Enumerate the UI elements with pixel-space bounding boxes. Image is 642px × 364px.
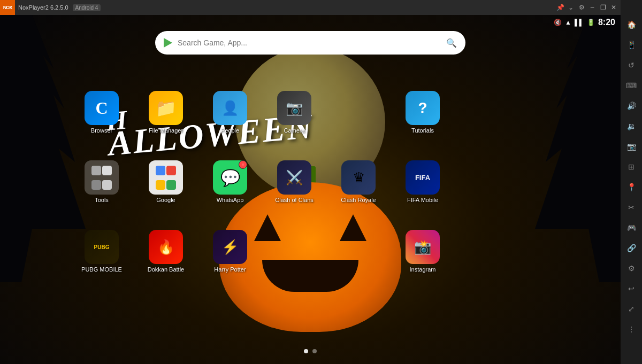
clash-royale-icon: ♛	[341, 160, 376, 195]
statusbar: 🔇 ▲ ▌▌ 🔋 8:20	[514, 15, 621, 30]
app-item-people[interactable]: 👤 People	[198, 68, 262, 138]
sidebar-screenshot-icon[interactable]: 📷	[622, 137, 641, 156]
search-input[interactable]	[178, 38, 441, 47]
mute-icon: 🔇	[554, 19, 562, 26]
settings-button[interactable]: ⚙	[577, 3, 586, 12]
tutorials-label: Tutorials	[411, 127, 434, 134]
sidebar-home-icon[interactable]: 🏠	[622, 15, 641, 34]
people-label: People	[221, 127, 239, 134]
sidebar-rotate-icon[interactable]: ↺	[622, 56, 641, 75]
wifi-icon: ▲	[565, 19, 571, 26]
minimize-button[interactable]: –	[587, 3, 597, 12]
search-icon: 🔍	[446, 38, 457, 48]
clash-of-clans-icon: ⚔️	[277, 160, 311, 195]
right-sidebar: 🏠 📱 ↺ ⌨ 🔊 🔉 📷 ⊞ 📍 ✂ 🎮 🔗 ⚙ ↩ ⤢ ⋮	[621, 0, 642, 364]
chevron-down-button[interactable]: ⌄	[566, 3, 576, 12]
signal-icon: ▌▌	[575, 19, 584, 26]
dokkan-label: Dokkan Battle	[148, 266, 184, 273]
app-item-tools[interactable]: Tools	[70, 138, 134, 207]
app-item-file-manager[interactable]: 📁 File Manager	[134, 68, 198, 138]
clash-of-clans-label: Clash of Clans	[275, 197, 314, 203]
sidebar-more-icon[interactable]: ⋮	[622, 320, 641, 339]
dot-2[interactable]	[312, 349, 317, 353]
tools-icon	[85, 160, 119, 195]
app-item-browser[interactable]: C Browser	[70, 68, 134, 138]
sidebar-volume-down-icon[interactable]: 🔉	[622, 117, 641, 136]
file-manager-icon: 📁	[149, 91, 183, 125]
app-item-tutorials[interactable]: ? Tutorials	[391, 68, 455, 138]
app-item-camera[interactable]: 📷 Camera	[262, 68, 326, 138]
file-manager-label: File Manager	[149, 127, 183, 134]
camera-label: Camera	[284, 127, 304, 134]
sidebar-settings-icon[interactable]: ⚙	[622, 259, 641, 278]
window-controls: 📌 ⌄ ⚙ – ❐ ✕	[555, 3, 621, 12]
app-name: NoxPlayer2 6.2.5.0	[18, 4, 68, 11]
app-grid: C Browser 📁 File Manager 👤 People 📷 Came…	[70, 68, 610, 277]
app-logo: NOX	[0, 0, 15, 15]
fifa-icon: FIFA	[406, 160, 440, 195]
app-item-clash-royale[interactable]: ♛ Clash Royale	[326, 138, 391, 207]
sidebar-keyboard-icon[interactable]: ⌨	[622, 76, 641, 95]
pin-button[interactable]: 📌	[555, 3, 565, 12]
app-item-clash-of-clans[interactable]: ⚔️ Clash of Clans	[262, 138, 326, 207]
app-item-instagram[interactable]: 📸 Instagram	[391, 207, 455, 277]
instagram-icon: 📸	[406, 230, 440, 264]
page-dots	[304, 349, 317, 353]
sidebar-gps-icon[interactable]: 📍	[622, 177, 641, 197]
android-badge: Android 4	[73, 4, 101, 11]
dot-1[interactable]	[304, 349, 308, 353]
sidebar-gamepad-icon[interactable]: 🎮	[622, 218, 641, 237]
dokkan-icon: 🔥	[149, 230, 183, 264]
camera-icon: 📷	[277, 91, 311, 125]
pubg-label: PUBG MOBILE	[81, 266, 122, 273]
tutorials-icon: ?	[406, 91, 440, 125]
app-item-fifa[interactable]: FIFA FIFA Mobile	[391, 138, 455, 207]
browser-label: Browser	[91, 127, 112, 134]
android-screen: H ALLOWEEN 🔇 ▲ ▌▌ 🔋 8:20 🔍 C Browser 📁 F…	[0, 15, 621, 364]
clock: 8:20	[598, 18, 615, 27]
sidebar-tablet-icon[interactable]: 📱	[622, 35, 641, 55]
play-store-icon	[164, 38, 172, 48]
sidebar-scissors-icon[interactable]: ✂	[622, 198, 641, 217]
searchbar[interactable]: 🔍	[155, 31, 465, 55]
sidebar-grid-icon[interactable]: ⊞	[622, 157, 641, 176]
whatsapp-icon: 💬 !	[213, 160, 247, 195]
instagram-label: Instagram	[410, 266, 436, 273]
sidebar-connections-icon[interactable]: 🔗	[622, 238, 641, 258]
fifa-label: FIFA Mobile	[407, 197, 438, 203]
app-item-harry-potter[interactable]: ⚡ Harry Potter	[198, 207, 262, 277]
battery-icon: 🔋	[587, 19, 595, 26]
browser-icon: C	[85, 91, 119, 125]
restore-button[interactable]: ❐	[598, 3, 608, 12]
google-label: Google	[156, 197, 175, 203]
app-item-google[interactable]: Google	[134, 138, 198, 207]
app-item-dokkan[interactable]: 🔥 Dokkan Battle	[134, 207, 198, 277]
whatsapp-label: WhatsApp	[217, 197, 244, 203]
clash-royale-label: Clash Royale	[341, 197, 376, 203]
app-item-pubg[interactable]: PUBG PUBG MOBILE	[70, 207, 134, 277]
harry-potter-label: Harry Potter	[214, 266, 246, 273]
sidebar-back-icon[interactable]: ↩	[622, 279, 641, 298]
google-icon	[149, 160, 183, 195]
close-button[interactable]: ✕	[609, 3, 618, 12]
harry-potter-icon: ⚡	[213, 230, 247, 264]
pubg-icon: PUBG	[85, 230, 119, 264]
app-item-whatsapp[interactable]: 💬 ! WhatsApp	[198, 138, 262, 207]
sidebar-expand-icon[interactable]: ⤢	[622, 299, 641, 319]
sidebar-volume-up-icon[interactable]: 🔊	[622, 96, 641, 115]
people-icon: 👤	[213, 91, 247, 125]
tools-label: Tools	[95, 197, 109, 203]
titlebar: NOX NoxPlayer2 6.2.5.0 Android 4 📌 ⌄ ⚙ –…	[0, 0, 621, 15]
